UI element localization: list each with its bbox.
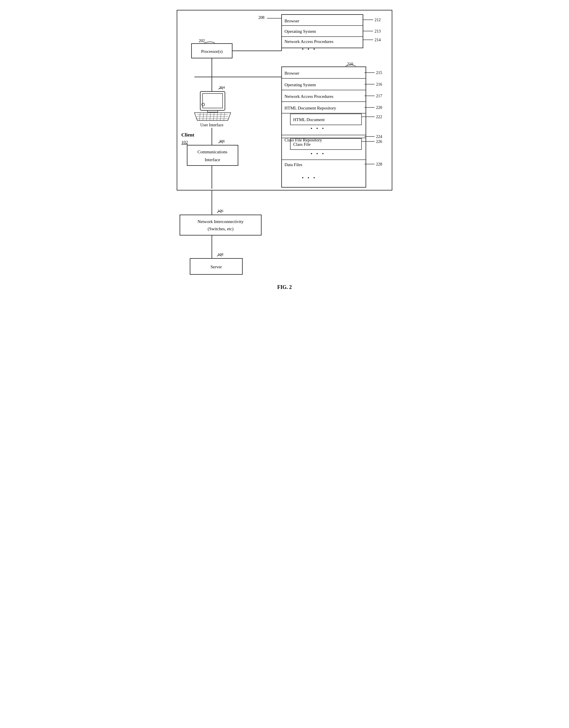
- ref-220-label: 220: [376, 105, 382, 110]
- client-label: Client: [181, 132, 194, 138]
- stack-208-dots: • • •: [302, 47, 317, 52]
- s210-row-browser: Browser: [284, 71, 299, 76]
- ref-212-label: 212: [375, 18, 381, 22]
- ref-202-curve: [204, 42, 215, 43]
- ref-217-label: 217: [376, 94, 382, 98]
- s210-row-htmlrepo: HTML Document Repository: [284, 106, 336, 110]
- ref-228-label: 228: [376, 162, 382, 166]
- ref-215-label: 215: [376, 71, 382, 75]
- network-box: [180, 215, 261, 235]
- ref-222-label: 222: [376, 115, 382, 119]
- key-v7: [220, 113, 221, 121]
- ref-202-label: 202: [199, 39, 205, 43]
- stack-208-row2: Operating System: [284, 29, 316, 34]
- s210-row-nap: Network Access Procedures: [284, 94, 333, 99]
- key-v2: [203, 113, 204, 121]
- ui-label: User Interface: [200, 123, 223, 127]
- ref-208-label: 208: [258, 15, 264, 20]
- monitor-button: [202, 103, 204, 106]
- comm-interface-label1: Communications: [197, 150, 227, 154]
- network-label2: (Switches, etc): [207, 227, 233, 231]
- s210-row-classfile: Class File: [293, 142, 311, 147]
- key-v5: [213, 113, 214, 121]
- diagram-svg: 208 Browser Operating System Network Acc…: [171, 6, 398, 296]
- s210-dots2: • • •: [311, 151, 325, 156]
- page: 208 Browser Operating System Network Acc…: [171, 6, 398, 297]
- ref-214-label: 214: [375, 38, 381, 42]
- stack-208-row1: Browser: [284, 19, 299, 23]
- ref-213-label: 213: [375, 29, 381, 33]
- key-v3: [206, 113, 207, 121]
- key-v4: [210, 113, 211, 121]
- network-label1: Network Interconnectivity: [197, 219, 244, 224]
- fig-label: FIG. 2: [277, 284, 292, 290]
- stack-208-row3: Network Access Procedures: [284, 39, 333, 44]
- key-v8: [224, 113, 225, 121]
- ref-224-label: 224: [376, 134, 382, 139]
- ref-216-label: 216: [376, 82, 382, 87]
- ref-210-label: 210: [347, 62, 353, 66]
- key-v6: [217, 113, 218, 121]
- key-v1: [199, 113, 200, 121]
- s210-dots3: • • •: [302, 175, 317, 180]
- comm-interface-box: [187, 145, 238, 166]
- ref-108-label: 108: [218, 252, 223, 256]
- monitor-outer: [200, 91, 225, 110]
- s210-row-os: Operating System: [284, 82, 316, 87]
- s210-row-htmldoc: HTML Document: [293, 117, 325, 122]
- ref-226-label: 226: [376, 139, 382, 144]
- monitor-screen: [202, 94, 222, 108]
- server-label: Server: [210, 265, 222, 269]
- s210-dots1: • • •: [311, 126, 325, 131]
- client-ref: 102: [181, 140, 188, 145]
- s210-row-datafiles: Data Files: [284, 162, 302, 167]
- comm-interface-label2: Interface: [204, 157, 220, 162]
- processor-label: Processor(s): [201, 49, 222, 54]
